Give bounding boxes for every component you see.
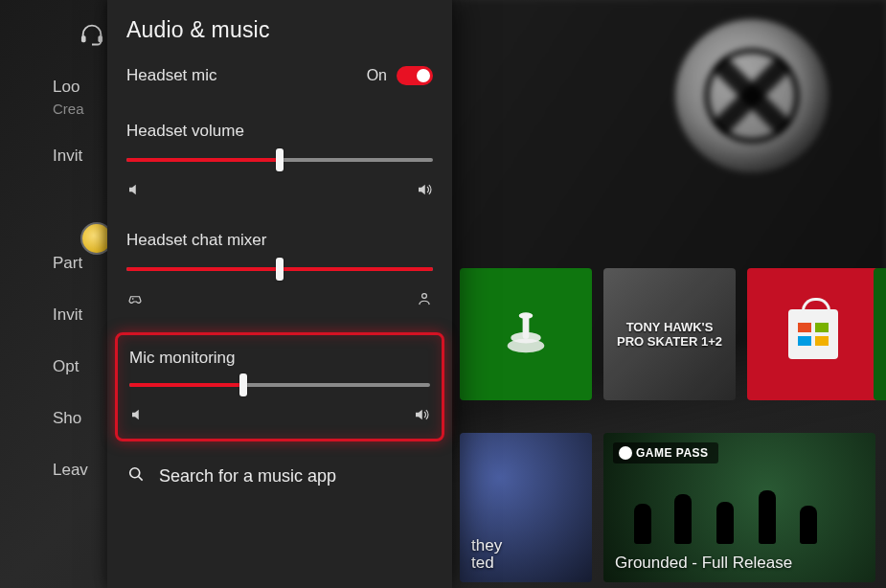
- home-tiles-row-2: they ted GAME PASS Grounded - Full Relea…: [460, 433, 875, 582]
- pins-tile[interactable]: [460, 268, 592, 400]
- search-music-app-button[interactable]: Search for a music app: [126, 459, 433, 494]
- volume-high-icon: [416, 181, 433, 198]
- partial-tile[interactable]: [874, 268, 886, 400]
- behind-item: Invit: [53, 146, 88, 167]
- volume-high-icon: [413, 406, 430, 423]
- volume-low-icon: [126, 181, 144, 198]
- svg-rect-0: [81, 35, 86, 42]
- home-tiles-row-1: TONY HAWK'S PRO SKATER 1+2: [460, 268, 881, 400]
- guide-menu-partial: Loo Crea Invit Part Invit Opt Sho Leav: [53, 77, 88, 511]
- behind-item: Leav: [53, 460, 88, 481]
- search-music-app-label: Search for a music app: [159, 466, 336, 486]
- game-controller-icon: [126, 290, 144, 307]
- headset-volume-label: Headset volume: [126, 122, 433, 141]
- headset-mic-label: Headset mic: [126, 66, 216, 85]
- tile-caption: ted: [471, 554, 580, 573]
- svg-point-7: [130, 468, 140, 478]
- behind-item: Crea: [53, 100, 88, 119]
- headset-volume-block: Headset volume: [126, 114, 433, 206]
- promo-tile-1[interactable]: they ted: [460, 433, 592, 582]
- svg-rect-4: [523, 316, 530, 339]
- person-icon: [416, 290, 433, 307]
- headset-icon: [79, 21, 105, 52]
- svg-point-5: [519, 312, 534, 319]
- chat-mixer-slider[interactable]: [126, 267, 433, 271]
- tile-title: TONY HAWK'S PRO SKATER 1+2: [613, 320, 726, 349]
- chat-mixer-block: Headset chat mixer: [126, 223, 433, 315]
- tile-caption: they: [471, 536, 580, 555]
- behind-item: Sho: [53, 408, 88, 429]
- behind-item: Part: [53, 253, 88, 274]
- mic-monitoring-slider[interactable]: [129, 383, 430, 387]
- behind-item: Loo: [53, 77, 88, 98]
- behind-item: Opt: [53, 356, 88, 377]
- volume-low-icon: [129, 406, 147, 423]
- search-icon: [126, 464, 146, 488]
- panel-title: Audio & music: [126, 17, 433, 43]
- svg-point-6: [422, 294, 427, 299]
- microsoft-store-tile[interactable]: [747, 268, 879, 400]
- mic-monitoring-block: Mic monitoring: [115, 332, 444, 441]
- headset-mic-row[interactable]: Headset mic On: [126, 66, 433, 85]
- headset-volume-slider[interactable]: [126, 158, 433, 162]
- behind-item: Invit: [53, 305, 88, 326]
- tile-art: [623, 486, 856, 544]
- tile-caption: Grounded - Full Release: [615, 554, 864, 573]
- mic-monitoring-label: Mic monitoring: [129, 349, 430, 368]
- store-bag-icon: [788, 309, 838, 359]
- game-pass-badge: GAME PASS: [613, 442, 718, 464]
- xbox-logo-sphere: [675, 19, 829, 172]
- tony-hawk-tile[interactable]: TONY HAWK'S PRO SKATER 1+2: [603, 268, 736, 400]
- audio-music-panel: Audio & music Headset mic On Headset vol…: [107, 0, 452, 588]
- pin-stack-icon: [498, 306, 554, 362]
- headset-mic-state-text: On: [367, 67, 387, 84]
- xbox-guide-audio-screen: Loo Crea Invit Part Invit Opt Sho Leav T…: [0, 0, 886, 588]
- grounded-tile[interactable]: GAME PASS Grounded - Full Release: [603, 433, 875, 582]
- headset-mic-toggle[interactable]: [397, 66, 433, 85]
- chat-mixer-label: Headset chat mixer: [126, 231, 433, 250]
